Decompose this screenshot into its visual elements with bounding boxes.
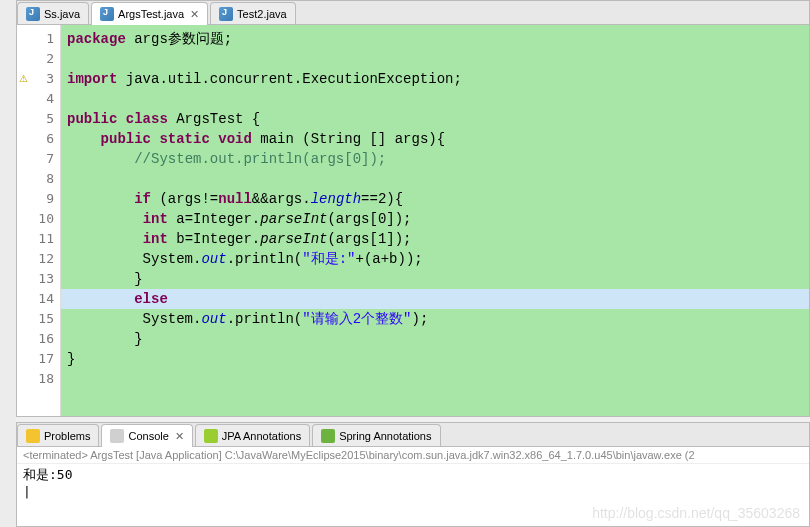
gutter-mark [19,189,33,209]
console-tab[interactable]: Spring Annotations [312,424,440,446]
gutter-mark [19,169,33,189]
console-tab-label: Console [128,430,168,442]
gutter-mark [19,369,33,389]
tab-label: Test2.java [237,8,287,20]
editor-pane: Ss.javaArgsTest.java✕Test2.java ⚠ 123456… [16,0,810,417]
code-line[interactable]: public static void main (String [] args)… [61,129,809,149]
gutter-mark [19,329,33,349]
tab-label: ArgsTest.java [118,8,184,20]
code-line[interactable] [61,369,809,389]
console-cursor: | [23,484,803,499]
java-file-icon [219,7,233,21]
gutter-mark [19,349,33,369]
console-tab[interactable]: Console✕ [101,424,192,447]
code-line[interactable]: int b=Integer.parseInt(args[1]); [61,229,809,249]
code-line[interactable]: //System.out.println(args[0]); [61,149,809,169]
console-tab[interactable]: Problems [17,424,99,446]
code-line[interactable]: System.out.println("请输入2个整数"); [61,309,809,329]
code-line[interactable]: import java.util.concurrent.ExecutionExc… [61,69,809,89]
console-launch-info: <terminated> ArgsTest [Java Application]… [17,447,809,464]
gutter-mark [19,49,33,69]
code-line[interactable] [61,49,809,69]
watermark: http://blog.csdn.net/qq_35603268 [592,505,800,521]
gutter-mark [19,309,33,329]
code-line[interactable]: System.out.println("和是:"+(a+b)); [61,249,809,269]
console-tab-label: Problems [44,430,90,442]
java-file-icon [26,7,40,21]
console-tab[interactable]: JPA Annotations [195,424,310,446]
console-tabs: ProblemsConsole✕JPA AnnotationsSpring An… [17,423,809,447]
code-line[interactable]: else [61,289,809,309]
gutter-mark [19,89,33,109]
gutter-mark [19,29,33,49]
editor-tabs: Ss.javaArgsTest.java✕Test2.java [17,1,809,25]
code-line[interactable]: int a=Integer.parseInt(args[0]); [61,209,809,229]
gutter-mark [19,269,33,289]
gutter-mark [19,249,33,269]
line-gutter: ⚠ 123456789101112131415161718 [17,25,61,416]
code-line[interactable]: if (args!=null&&args.length==2){ [61,189,809,209]
tab-label: Ss.java [44,8,80,20]
code-line[interactable] [61,89,809,109]
console-tab-label: Spring Annotations [339,430,431,442]
editor-body: ⚠ 123456789101112131415161718 package ar… [17,25,809,416]
code-line[interactable]: } [61,349,809,369]
code-line[interactable] [61,169,809,189]
console-line: 和是:50 [23,466,803,484]
close-icon[interactable]: ✕ [190,8,199,21]
gutter-mark [19,209,33,229]
gutter-mark: ⚠ [19,69,33,89]
code-area[interactable]: package args参数问题;import java.util.concur… [61,25,809,416]
editor-tab[interactable]: Test2.java [210,2,296,24]
prob-icon [26,429,40,443]
gutter-mark [19,149,33,169]
java-file-icon [100,7,114,21]
editor-tab[interactable]: Ss.java [17,2,89,24]
spring-icon [321,429,335,443]
jpa-icon [204,429,218,443]
cons-icon [110,429,124,443]
code-line[interactable]: public class ArgsTest { [61,109,809,129]
close-icon[interactable]: ✕ [175,430,184,443]
side-ruler [0,0,16,527]
gutter-mark [19,129,33,149]
gutter-mark [19,289,33,309]
editor-tab[interactable]: ArgsTest.java✕ [91,2,208,25]
code-line[interactable]: } [61,329,809,349]
code-line[interactable]: package args参数问题; [61,29,809,49]
code-line[interactable]: } [61,269,809,289]
console-tab-label: JPA Annotations [222,430,301,442]
gutter-mark [19,229,33,249]
warning-icon: ⚠ [19,73,28,84]
gutter-mark [19,109,33,129]
